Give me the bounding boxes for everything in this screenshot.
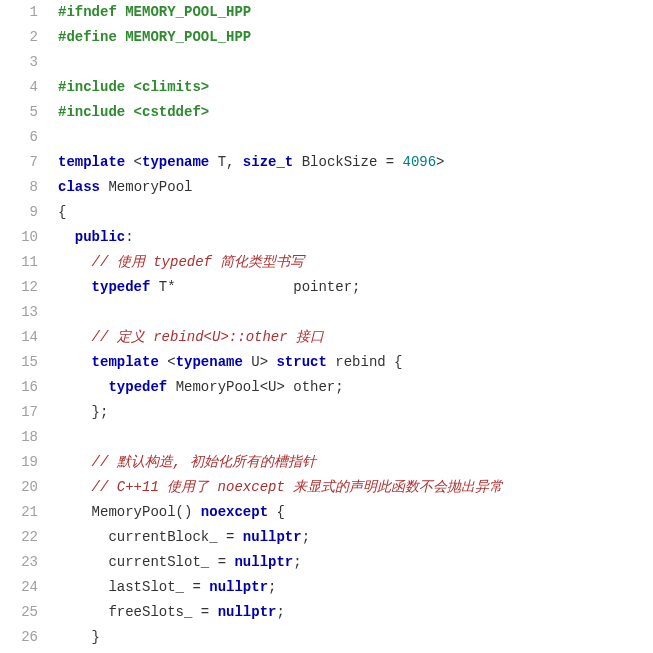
code-line: template <typename U> struct rebind { (50, 350, 653, 375)
code-line: // C++11 使用了 noexcept 来显式的声明此函数不会抛出异常 (50, 475, 653, 500)
line-number: 26 (0, 625, 38, 650)
line-number: 20 (0, 475, 38, 500)
code-line: public: (50, 225, 653, 250)
line-number: 3 (0, 50, 38, 75)
code-line: #ifndef MEMORY_POOL_HPP (50, 0, 653, 25)
code-line: #include <climits> (50, 75, 653, 100)
code-line (50, 425, 653, 450)
line-number: 17 (0, 400, 38, 425)
line-number: 1 (0, 0, 38, 25)
code-line: MemoryPool() noexcept { (50, 500, 653, 525)
code-line: #include <cstddef> (50, 100, 653, 125)
line-number: 22 (0, 525, 38, 550)
code-line (50, 300, 653, 325)
code-line: #define MEMORY_POOL_HPP (50, 25, 653, 50)
code-line: // 默认构造, 初始化所有的槽指针 (50, 450, 653, 475)
code-line: currentBlock_ = nullptr; (50, 525, 653, 550)
code-line: freeSlots_ = nullptr; (50, 600, 653, 625)
line-number: 25 (0, 600, 38, 625)
code-line: } (50, 625, 653, 650)
line-number: 23 (0, 550, 38, 575)
line-number: 7 (0, 150, 38, 175)
code-line: }; (50, 400, 653, 425)
line-number-gutter: 1234567891011121314151617181920212223242… (0, 0, 50, 650)
line-number: 11 (0, 250, 38, 275)
code-editor: 1234567891011121314151617181920212223242… (0, 0, 653, 650)
code-area: #ifndef MEMORY_POOL_HPP#define MEMORY_PO… (50, 0, 653, 650)
code-line (50, 50, 653, 75)
line-number: 9 (0, 200, 38, 225)
line-number: 24 (0, 575, 38, 600)
line-number: 2 (0, 25, 38, 50)
code-line: typedef T* pointer; (50, 275, 653, 300)
line-number: 15 (0, 350, 38, 375)
code-line: { (50, 200, 653, 225)
line-number: 16 (0, 375, 38, 400)
line-number: 19 (0, 450, 38, 475)
line-number: 10 (0, 225, 38, 250)
code-line: lastSlot_ = nullptr; (50, 575, 653, 600)
line-number: 6 (0, 125, 38, 150)
line-number: 21 (0, 500, 38, 525)
line-number: 12 (0, 275, 38, 300)
code-line: currentSlot_ = nullptr; (50, 550, 653, 575)
line-number: 8 (0, 175, 38, 200)
code-line (50, 125, 653, 150)
code-line: // 定义 rebind<U>::other 接口 (50, 325, 653, 350)
code-line: typedef MemoryPool<U> other; (50, 375, 653, 400)
line-number: 14 (0, 325, 38, 350)
line-number: 5 (0, 100, 38, 125)
code-line: class MemoryPool (50, 175, 653, 200)
code-line: template <typename T, size_t BlockSize =… (50, 150, 653, 175)
line-number: 13 (0, 300, 38, 325)
code-line: // 使用 typedef 简化类型书写 (50, 250, 653, 275)
line-number: 4 (0, 75, 38, 100)
line-number: 18 (0, 425, 38, 450)
